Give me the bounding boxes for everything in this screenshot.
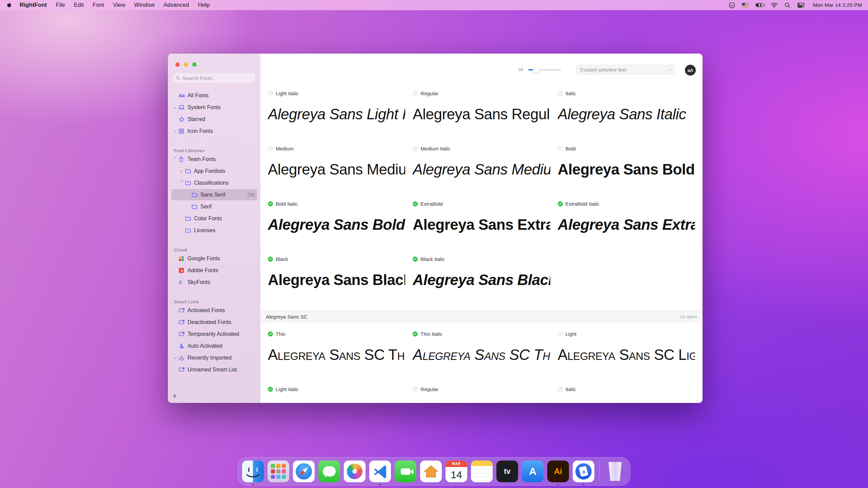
- sidebar-item-app-fontlists[interactable]: ›App Fontlists: [168, 165, 260, 177]
- search-input[interactable]: [182, 75, 252, 81]
- sidebar-item-licenses[interactable]: Licenses: [168, 224, 260, 236]
- inactive-check-icon[interactable]: [268, 146, 273, 151]
- sidebar-item-team-fonts[interactable]: ›Team Fonts: [168, 153, 260, 165]
- dock-item-home[interactable]: [420, 461, 442, 482]
- font-style-cell[interactable]: BlackAlegreya Sans Black: [268, 252, 405, 307]
- activated-check-icon[interactable]: [268, 257, 273, 262]
- font-style-cell[interactable]: ItalicAlegreya Sans Italic: [558, 86, 695, 141]
- chevron-right-icon[interactable]: ›: [174, 104, 179, 110]
- add-list-button[interactable]: +: [173, 393, 177, 400]
- chevron-right-icon[interactable]: ›: [180, 168, 185, 174]
- font-family-header[interactable]: Alegreya Sans SC14 styles: [260, 310, 703, 323]
- font-style-cell[interactable]: Black ItalicAlegreya Sans Black Italic: [413, 252, 550, 307]
- apple-menu-icon[interactable]: [6, 2, 12, 8]
- menu-item-help[interactable]: Help: [198, 2, 210, 8]
- dock-item-photos[interactable]: [344, 461, 366, 482]
- font-style-cell[interactable]: LightAlegreya Sans SC Light: [558, 327, 695, 382]
- menubar-clock[interactable]: Mon Mar 14 2:25 PM: [813, 2, 862, 8]
- menu-item-font[interactable]: Font: [93, 2, 104, 8]
- sidebar-item-adobe-fonts[interactable]: Adobe Fonts: [168, 264, 260, 276]
- menu-item-window[interactable]: Window: [134, 2, 155, 8]
- activated-check-icon[interactable]: [413, 201, 418, 206]
- menu-item-view[interactable]: View: [113, 2, 125, 8]
- sidebar-item-activated-fonts[interactable]: Activated Fonts: [168, 304, 260, 316]
- sidebar-item-recently-imported[interactable]: ›Recently Imported: [168, 352, 260, 364]
- sidebar-item-unnamed-smart-list[interactable]: Unnamed Smart List: [168, 364, 260, 375]
- sidebar-item-google-fonts[interactable]: Google Fonts: [168, 252, 260, 264]
- inactive-check-icon[interactable]: [413, 91, 418, 96]
- active-app-name[interactable]: RightFont: [20, 2, 47, 8]
- activated-check-icon[interactable]: [413, 331, 418, 337]
- inactive-check-icon[interactable]: [413, 387, 418, 392]
- dock-item-safari[interactable]: [293, 461, 315, 482]
- dock-item-notes[interactable]: [471, 461, 493, 482]
- menu-item-file[interactable]: File: [56, 2, 65, 8]
- font-style-cell[interactable]: ExtraBoldAlegreya Sans ExtraBold: [413, 197, 550, 252]
- sidebar-item-serif[interactable]: Serif: [168, 201, 260, 212]
- font-style-cell[interactable]: BoldAlegreya Sans Bold: [558, 141, 695, 197]
- menu-item-edit[interactable]: Edit: [74, 2, 84, 8]
- sidebar-item-icon-fonts[interactable]: ›Icon Fonts: [168, 125, 260, 137]
- dock-item-facetime[interactable]: [395, 461, 416, 482]
- font-style-cell[interactable]: Light Italic: [268, 382, 405, 403]
- input-source-flag-icon[interactable]: [742, 3, 749, 7]
- activated-check-icon[interactable]: [413, 257, 418, 262]
- chevron-right-icon[interactable]: ›: [174, 355, 179, 361]
- dock-item-appstore[interactable]: A: [522, 461, 544, 482]
- font-style-cell[interactable]: Light ItalicAlegreya Sans Light Italic: [268, 86, 405, 141]
- activated-check-icon[interactable]: [268, 331, 273, 337]
- control-center-icon[interactable]: [797, 3, 805, 8]
- sidebar-item-all-fonts[interactable]: AaAll Fonts: [168, 89, 260, 101]
- sidebar-item-skyfonts[interactable]: SSkyFonts: [168, 276, 260, 288]
- slider-thumb[interactable]: [533, 67, 539, 73]
- dock-item-vscode[interactable]: [369, 461, 391, 482]
- sidebar-item-color-fonts[interactable]: Color Fonts: [168, 212, 260, 224]
- activated-check-icon[interactable]: [268, 201, 273, 206]
- inactive-check-icon[interactable]: [558, 91, 563, 96]
- font-style-cell[interactable]: ThinAlegreya Sans SC Thin: [268, 327, 405, 382]
- sidebar-item-temporarily-activated[interactable]: Temporarily Activated: [168, 328, 260, 340]
- sidebar-item-classifications[interactable]: ›Classifications: [168, 177, 260, 189]
- close-window-button[interactable]: [175, 62, 180, 67]
- dock-item-calendar[interactable]: MAR14: [446, 461, 467, 482]
- font-style-cell[interactable]: Thin ItalicAlegreya Sans SC Thin Italic: [413, 327, 550, 382]
- activated-check-icon[interactable]: [558, 201, 563, 206]
- spotlight-search-icon[interactable]: [785, 2, 790, 8]
- dock-item-rightfont[interactable]: a: [573, 461, 594, 482]
- activated-check-icon[interactable]: [268, 387, 273, 392]
- zoom-window-button[interactable]: [192, 62, 197, 67]
- dock-item-illustrator[interactable]: Ai: [547, 461, 569, 482]
- inactive-check-icon[interactable]: [413, 146, 418, 151]
- sidebar-item-system-fonts[interactable]: ›System Fonts: [168, 101, 260, 113]
- font-style-cell[interactable]: Regular: [413, 382, 550, 403]
- chevron-down-icon[interactable]: ›: [173, 157, 179, 161]
- text-options-button[interactable]: aA: [685, 65, 696, 76]
- font-style-cell[interactable]: RegularAlegreya Sans Regular: [413, 86, 550, 141]
- inactive-check-icon[interactable]: [268, 91, 273, 96]
- chevron-right-icon[interactable]: ›: [174, 128, 179, 134]
- font-style-cell[interactable]: ExtraBold ItalicAlegreya Sans ExtraBold …: [558, 197, 695, 252]
- dock-item-trash[interactable]: [604, 461, 626, 482]
- font-style-cell[interactable]: Bold ItalicAlegreya Sans Bold Italic: [268, 197, 405, 252]
- font-style-cell[interactable]: Medium ItalicAlegreya Sans Medium Italic: [413, 141, 550, 197]
- sidebar-item-sans-serif[interactable]: Sans Serif290: [168, 189, 260, 201]
- inactive-check-icon[interactable]: [558, 387, 563, 392]
- dock-item-launchpad[interactable]: [268, 461, 289, 482]
- sidebar-item-starred[interactable]: Starred: [168, 113, 260, 125]
- font-size-slider[interactable]: [528, 69, 561, 70]
- creative-cloud-icon[interactable]: [729, 2, 735, 8]
- sidebar-item-auto-activated[interactable]: Auto Activated: [168, 340, 260, 352]
- inactive-check-icon[interactable]: [558, 331, 563, 337]
- font-style-cell[interactable]: MediumAlegreya Sans Medium: [268, 141, 405, 197]
- battery-charging-icon[interactable]: [755, 3, 764, 7]
- font-style-cell[interactable]: Italic: [558, 382, 695, 403]
- dock-item-appletv[interactable]: tv: [496, 461, 518, 482]
- menu-item-advanced[interactable]: Advanced: [163, 2, 189, 8]
- wifi-icon[interactable]: [771, 2, 778, 8]
- preview-text-dropdown[interactable]: Custom preview text ›: [576, 65, 675, 75]
- sidebar-item-deactivated-fonts[interactable]: Deactivated Fonts: [168, 316, 260, 328]
- dock-item-finder[interactable]: [242, 461, 264, 482]
- dock-item-messages[interactable]: [318, 461, 340, 482]
- chevron-down-icon[interactable]: ›: [179, 180, 185, 185]
- inactive-check-icon[interactable]: [558, 146, 563, 151]
